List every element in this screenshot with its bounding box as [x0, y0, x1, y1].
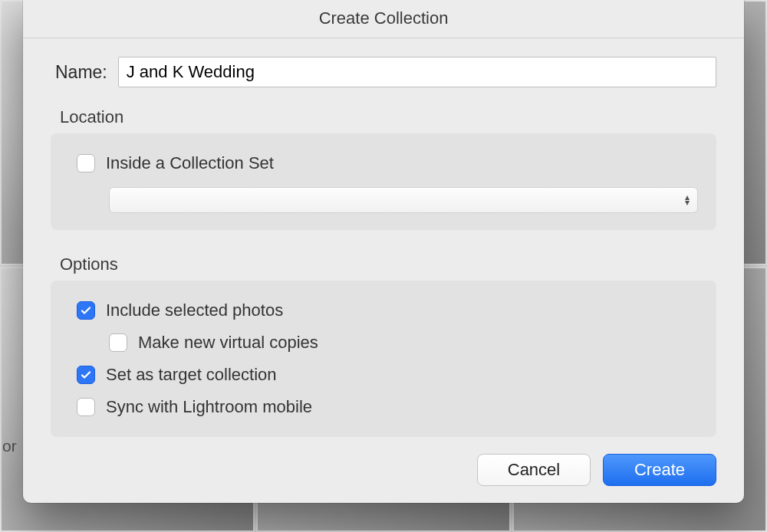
- options-section: Include selected photos Make new virtual…: [51, 281, 716, 437]
- check-icon: [80, 369, 92, 381]
- include-selected-checkbox[interactable]: [77, 301, 95, 320]
- virtual-copies-label: Make new virtual copies: [138, 333, 318, 353]
- target-collection-label: Set as target collection: [106, 365, 277, 385]
- location-section-title: Location: [60, 107, 716, 127]
- create-collection-dialog: Create Collection Name: Location Inside …: [23, 0, 744, 503]
- include-selected-label: Include selected photos: [106, 300, 283, 320]
- inside-collection-set-row: Inside a Collection Set: [77, 147, 698, 179]
- check-icon: [80, 304, 92, 317]
- inside-collection-set-label: Inside a Collection Set: [106, 153, 274, 173]
- name-label: Name:: [55, 62, 107, 83]
- dialog-button-row: Cancel Create: [23, 454, 744, 486]
- sync-mobile-checkbox[interactable]: [77, 398, 95, 416]
- create-button[interactable]: Create: [603, 454, 716, 486]
- target-collection-checkbox[interactable]: [77, 366, 95, 384]
- option-sync-mobile-row: Sync with Lightroom mobile: [77, 391, 698, 423]
- cancel-button[interactable]: Cancel: [477, 454, 591, 486]
- dialog-body: Name: Location Inside a Collection Set ▴…: [23, 38, 744, 437]
- options-section-title: Options: [60, 255, 716, 274]
- option-target-collection-row: Set as target collection: [77, 359, 698, 391]
- background-text-fragment: or: [2, 437, 17, 455]
- chevron-up-down-icon: ▴▾: [685, 195, 690, 205]
- collection-set-dropdown[interactable]: ▴▾: [109, 187, 698, 213]
- location-section: Inside a Collection Set ▴▾: [51, 133, 716, 230]
- inside-collection-set-checkbox[interactable]: [77, 154, 95, 172]
- virtual-copies-checkbox[interactable]: [109, 333, 127, 352]
- name-row: Name:: [55, 57, 716, 87]
- sync-mobile-label: Sync with Lightroom mobile: [106, 397, 312, 417]
- dialog-title: Create Collection: [23, 0, 744, 38]
- collection-name-input[interactable]: [118, 57, 716, 87]
- option-virtual-copies-row: Make new virtual copies: [109, 327, 698, 359]
- option-include-selected-row: Include selected photos: [77, 294, 698, 327]
